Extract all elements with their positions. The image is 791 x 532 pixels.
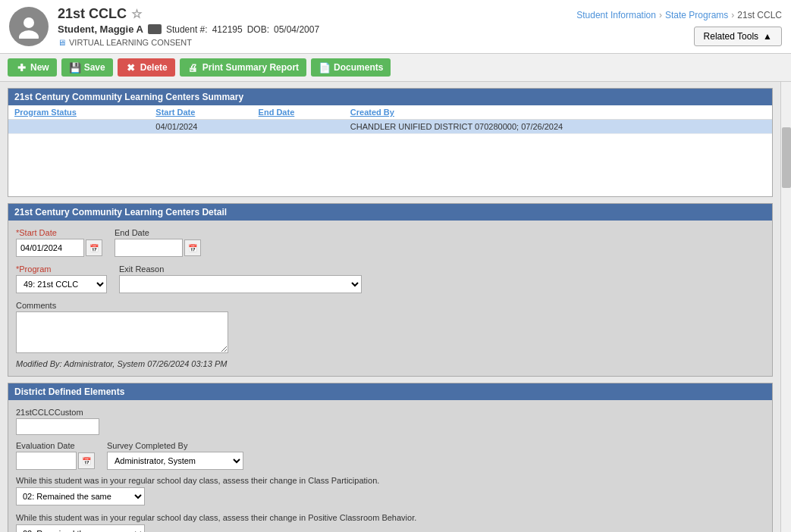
page-title: 21st CCLC xyxy=(58,6,127,22)
end-date-label: End Date xyxy=(115,228,201,237)
summary-section: 21st Century Community Learning Centers … xyxy=(8,88,773,197)
related-tools-label: Related Tools xyxy=(704,31,759,42)
survey-completed-group: Survey Completed By Administrator, Syste… xyxy=(107,441,243,470)
assess1-select[interactable]: 02: Remained the same 01: Improved 03: D… xyxy=(16,487,145,505)
eval-survey-row: Evaluation Date 📅 Survey Completed By Ad… xyxy=(16,441,764,470)
breadcrumb: Student Information › State Programs › 2… xyxy=(576,7,782,20)
student-avatar xyxy=(9,7,49,46)
documents-icon: 📄 xyxy=(319,61,331,74)
print-label: Print Summary Report xyxy=(202,62,299,73)
print-icon: 🖨 xyxy=(187,61,199,74)
virtual-learning-text: VIRTUAL LEARNING CONSENT xyxy=(69,38,192,47)
documents-button[interactable]: 📄 Documents xyxy=(311,58,391,77)
toolbar: ✚ New 💾 Save ✖ Delete 🖨 Print Summary Re… xyxy=(0,54,791,82)
program-select[interactable]: 49: 21st CCLC xyxy=(16,275,107,293)
plus-icon: ✚ xyxy=(15,61,27,74)
student-info-block: 21st CCLC ☆ Student, Maggie A Student #:… xyxy=(58,6,576,47)
col-program-status[interactable]: Program Status xyxy=(8,105,149,120)
print-button[interactable]: 🖨 Print Summary Report xyxy=(180,58,306,77)
district-section: District Defined Elements 21stCCLCCustom… xyxy=(8,383,773,532)
comments-textarea[interactable] xyxy=(16,311,228,353)
svg-point-0 xyxy=(24,17,34,28)
cell-created-by: CHANDLER UNIFIED DISTRICT 070280000; 07/… xyxy=(344,120,772,134)
end-date-input[interactable] xyxy=(115,239,183,257)
monitor-icon: 🖥 xyxy=(58,38,66,47)
breadcrumb-state-programs[interactable]: State Programs xyxy=(665,10,728,20)
breadcrumb-student-info[interactable]: Student Information xyxy=(576,10,656,20)
cell-program-status xyxy=(8,120,149,134)
breadcrumb-current: 21st CCLC xyxy=(737,10,782,20)
exit-reason-group: Exit Reason xyxy=(119,264,362,293)
start-date-input-wrapper: 📅 xyxy=(16,239,102,257)
table-row[interactable]: 04/01/2024 CHANDLER UNIFIED DISTRICT 070… xyxy=(8,120,772,134)
student-full-name: Student, Maggie A xyxy=(58,23,143,35)
scrollbar[interactable] xyxy=(780,82,791,532)
delete-label: Delete xyxy=(140,62,168,73)
end-date-input-wrapper: 📅 xyxy=(115,239,201,257)
delete-icon: ✖ xyxy=(125,61,137,74)
custom-input[interactable] xyxy=(16,418,99,435)
scrollbar-thumb[interactable] xyxy=(782,127,791,188)
delete-button[interactable]: ✖ Delete xyxy=(118,58,175,77)
comments-group: Comments xyxy=(16,301,764,353)
svg-point-1 xyxy=(19,30,39,39)
student-number-label: Student #: xyxy=(166,24,208,35)
program-row: *Program 49: 21st CCLC Exit Reason xyxy=(16,264,764,293)
detail-header: 21st Century Community Learning Centers … xyxy=(8,204,772,221)
survey-completed-select[interactable]: Administrator, System xyxy=(107,452,243,470)
modified-by-text: Modified By: Administrator, System 07/26… xyxy=(16,359,764,368)
col-end-date[interactable]: End Date xyxy=(253,105,344,120)
eval-date-group: Evaluation Date 📅 xyxy=(16,441,95,470)
col-created-by[interactable]: Created By xyxy=(344,105,772,120)
start-date-calendar-button[interactable]: 📅 xyxy=(86,239,102,256)
cell-start-date: 04/01/2024 xyxy=(149,120,252,134)
program-label: *Program xyxy=(16,264,107,274)
start-date-input[interactable] xyxy=(16,239,84,257)
col-start-date[interactable]: Start Date xyxy=(149,105,252,120)
exit-reason-label: Exit Reason xyxy=(119,264,362,274)
summary-table-wrapper: Program Status Start Date End Date Creat… xyxy=(8,105,772,196)
start-date-label: *Start Date xyxy=(16,228,102,237)
eval-date-label: Evaluation Date xyxy=(16,441,95,450)
eval-date-input-wrapper: 📅 xyxy=(16,452,95,470)
exit-reason-select[interactable] xyxy=(119,275,362,293)
eval-date-calendar-button[interactable]: 📅 xyxy=(78,452,95,469)
detail-section: 21st Century Community Learning Centers … xyxy=(8,203,773,377)
new-button[interactable]: ✚ New xyxy=(8,58,57,77)
dob-label: DOB: xyxy=(247,24,269,35)
program-select-wrapper: 49: 21st CCLC xyxy=(16,275,107,293)
save-button[interactable]: 💾 Save xyxy=(61,58,113,77)
student-dob: 05/04/2007 xyxy=(274,24,319,35)
save-icon: 💾 xyxy=(69,61,81,74)
end-date-calendar-button[interactable]: 📅 xyxy=(184,239,201,256)
start-date-group: *Start Date 📅 xyxy=(16,228,102,257)
new-label: New xyxy=(30,62,49,73)
eval-date-input[interactable] xyxy=(16,452,77,470)
survey-completed-label: Survey Completed By xyxy=(107,441,243,450)
summary-table: Program Status Start Date End Date Creat… xyxy=(8,105,772,134)
id-card-icon xyxy=(148,24,162,34)
program-group: *Program 49: 21st CCLC xyxy=(16,264,107,293)
custom-label: 21stCCLCCustom xyxy=(16,408,764,417)
comments-label: Comments xyxy=(16,301,764,310)
date-row: *Start Date 📅 End Date 📅 xyxy=(16,228,764,257)
end-date-group: End Date 📅 xyxy=(115,228,201,257)
summary-header: 21st Century Community Learning Centers … xyxy=(8,89,772,105)
cell-end-date xyxy=(253,120,344,134)
assess2-text: While this student was in your regular s… xyxy=(16,513,764,522)
documents-label: Documents xyxy=(334,62,383,73)
related-tools-button[interactable]: Related Tools ▲ xyxy=(694,27,782,46)
student-number: 412195 xyxy=(212,24,243,35)
save-label: Save xyxy=(84,62,105,73)
star-icon[interactable]: ☆ xyxy=(131,7,142,21)
chevron-up-icon: ▲ xyxy=(763,31,772,42)
district-header: District Defined Elements xyxy=(8,383,772,400)
assess1-text: While this student was in your regular s… xyxy=(16,476,764,485)
assess2-select[interactable]: 02: Remained the same 01: Improved 03: D… xyxy=(16,524,145,532)
